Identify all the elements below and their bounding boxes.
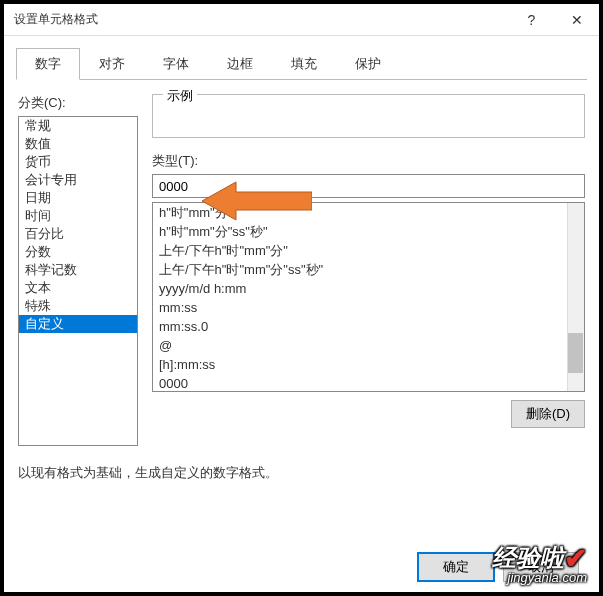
type-label: 类型(T): — [152, 152, 585, 170]
scrollbar-track[interactable] — [567, 203, 584, 391]
list-item[interactable]: mm:ss — [153, 298, 584, 317]
sample-box: 示例 — [152, 94, 585, 138]
type-input[interactable] — [152, 174, 585, 198]
window-title: 设置单元格格式 — [14, 11, 98, 28]
list-item[interactable]: 常规 — [19, 117, 137, 135]
ok-button[interactable]: 确定 — [417, 552, 495, 582]
list-item[interactable]: mm:ss.0 — [153, 317, 584, 336]
list-item[interactable]: 分数 — [19, 243, 137, 261]
list-item[interactable]: 会计专用 — [19, 171, 137, 189]
help-button[interactable]: ? — [509, 4, 554, 36]
watermark: 经验啦✔ jingyanla.com — [492, 543, 587, 584]
list-item[interactable]: 上午/下午h"时"mm"分" — [153, 241, 584, 260]
tab-number[interactable]: 数字 — [16, 48, 80, 80]
list-item[interactable]: 货币 — [19, 153, 137, 171]
list-item[interactable]: [h]:mm:ss — [153, 355, 584, 374]
list-item[interactable]: 特殊 — [19, 297, 137, 315]
list-item[interactable]: 上午/下午h"时"mm"分"ss"秒" — [153, 260, 584, 279]
tab-protection[interactable]: 保护 — [336, 48, 400, 80]
tab-border[interactable]: 边框 — [208, 48, 272, 80]
list-item[interactable]: 日期 — [19, 189, 137, 207]
tabs: 数字 对齐 字体 边框 填充 保护 — [4, 36, 599, 80]
list-item[interactable]: yyyy/m/d h:mm — [153, 279, 584, 298]
check-icon: ✔ — [564, 545, 587, 573]
titlebar: 设置单元格格式 ? ✕ — [4, 4, 599, 36]
right-panel: 示例 类型(T): h"时"mm"分" h"时"mm"分"ss"秒" 上午/下午… — [152, 94, 585, 446]
format-listbox[interactable]: h"时"mm"分" h"时"mm"分"ss"秒" 上午/下午h"时"mm"分" … — [152, 202, 585, 392]
watermark-line1: 经验啦 — [492, 544, 564, 571]
list-item[interactable]: 自定义 — [19, 315, 137, 333]
dialog-body: 分类(C): 常规 数值 货币 会计专用 日期 时间 百分比 分数 科学记数 文… — [4, 80, 599, 446]
list-item[interactable]: 时间 — [19, 207, 137, 225]
list-item[interactable]: 0000 — [153, 374, 584, 392]
description-text: 以现有格式为基础，生成自定义的数字格式。 — [4, 446, 599, 500]
format-cells-dialog: 设置单元格格式 ? ✕ 数字 对齐 字体 边框 填充 保护 分类(C): 常规 … — [4, 4, 599, 592]
list-item[interactable]: 科学记数 — [19, 261, 137, 279]
scrollbar-thumb[interactable] — [568, 333, 583, 373]
list-item[interactable]: 文本 — [19, 279, 137, 297]
tab-alignment[interactable]: 对齐 — [80, 48, 144, 80]
category-listbox[interactable]: 常规 数值 货币 会计专用 日期 时间 百分比 分数 科学记数 文本 特殊 自定… — [18, 116, 138, 446]
list-item[interactable]: @ — [153, 336, 584, 355]
delete-button[interactable]: 删除(D) — [511, 400, 585, 428]
category-panel: 分类(C): 常规 数值 货币 会计专用 日期 时间 百分比 分数 科学记数 文… — [18, 94, 138, 446]
tab-fill[interactable]: 填充 — [272, 48, 336, 80]
list-item[interactable]: h"时"mm"分"ss"秒" — [153, 222, 584, 241]
category-label: 分类(C): — [18, 94, 138, 112]
list-item[interactable]: 百分比 — [19, 225, 137, 243]
tab-font[interactable]: 字体 — [144, 48, 208, 80]
window-buttons: ? ✕ — [509, 4, 599, 36]
close-button[interactable]: ✕ — [554, 4, 599, 36]
list-item[interactable]: 数值 — [19, 135, 137, 153]
sample-label: 示例 — [163, 87, 197, 105]
list-item[interactable]: h"时"mm"分" — [153, 203, 584, 222]
